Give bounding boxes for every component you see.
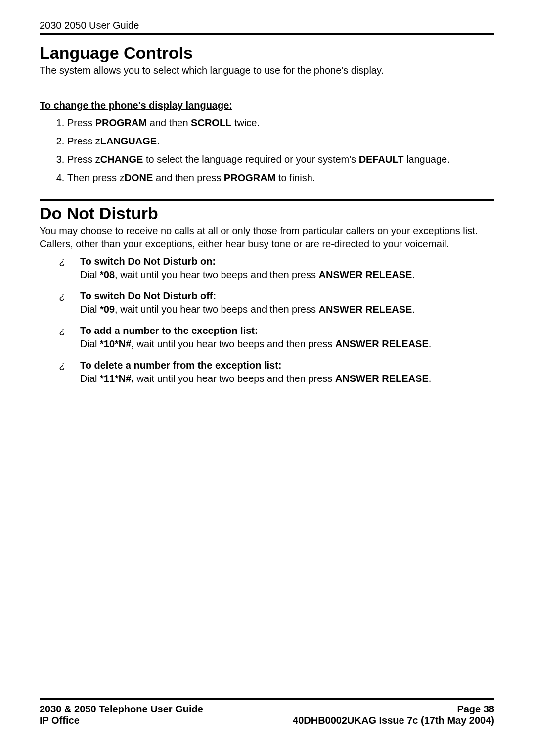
step-keyword: LANGUAGE xyxy=(100,136,157,146)
list-item-text: , wait until you hear two beeps and then… xyxy=(115,269,318,280)
button-name: ANSWER RELEASE xyxy=(319,269,412,280)
list-item-text: Dial xyxy=(80,304,100,315)
step-text: Then press z xyxy=(67,172,125,183)
step-text: to select the language required or your … xyxy=(143,154,358,165)
list-item-heading: To delete a number from the exception li… xyxy=(80,360,281,371)
list-item-text: . xyxy=(412,304,415,315)
list-item: To switch Do Not Disturb off: Dial *09, … xyxy=(59,289,494,316)
running-head: 2030 2050 User Guide xyxy=(40,20,494,35)
list-item-text: Dial xyxy=(80,338,100,349)
step-item: Press PROGRAM and then SCROLL twice. xyxy=(67,116,494,130)
step-item: Press zCHANGE to select the language req… xyxy=(67,153,494,166)
list-item-text: wait until you hear two beeps and then p… xyxy=(134,373,335,384)
dial-code: *09 xyxy=(100,304,115,315)
list-item-text: . xyxy=(429,373,432,384)
footer-page-number: Page 38 xyxy=(457,704,494,715)
step-text: Press xyxy=(67,117,95,128)
section-divider xyxy=(40,199,494,201)
dial-code: *08 xyxy=(100,269,115,280)
section-title-language-controls: Language Controls xyxy=(40,44,494,63)
steps-list: Press PROGRAM and then SCROLL twice. Pre… xyxy=(52,116,494,185)
step-keyword: DEFAULT xyxy=(359,154,404,165)
sub-heading-change-language: To change the phone's display language: xyxy=(40,100,494,111)
step-text: to finish. xyxy=(275,172,315,183)
button-name: ANSWER RELEASE xyxy=(335,338,429,349)
step-text: language. xyxy=(403,154,449,165)
list-item-text: , wait until you hear two beeps and then… xyxy=(115,304,318,315)
list-item: To add a number to the exception list: D… xyxy=(59,324,494,351)
list-item-heading: To add a number to the exception list: xyxy=(80,325,258,336)
step-text: and then press xyxy=(153,172,223,183)
list-item-text: wait until you hear two beeps and then p… xyxy=(134,338,335,349)
step-text: Press z xyxy=(67,154,100,165)
section-intro: You may choose to receive no calls at al… xyxy=(40,224,494,251)
button-name: ANSWER RELEASE xyxy=(335,373,429,384)
list-item: To delete a number from the exception li… xyxy=(59,359,494,385)
list-item-heading: To switch Do Not Disturb off: xyxy=(80,290,216,301)
page-footer: 2030 & 2050 Telephone User Guide Page 38… xyxy=(40,698,494,726)
list-item-text: . xyxy=(429,338,432,349)
step-keyword: CHANGE xyxy=(100,154,143,165)
section-intro: The system allows you to select which la… xyxy=(40,64,494,77)
dial-code: *10*N#, xyxy=(100,338,134,349)
footer-left-title: 2030 & 2050 Telephone User Guide xyxy=(40,704,203,715)
step-keyword: PROGRAM xyxy=(224,172,275,183)
step-item: Then press zDONE and then press PROGRAM … xyxy=(67,171,494,185)
section-title-do-not-disturb: Do Not Disturb xyxy=(40,204,494,223)
step-keyword: SCROLL xyxy=(191,117,231,128)
dial-code: *11*N#, xyxy=(100,373,134,384)
step-text: and then xyxy=(147,117,191,128)
document-page: 2030 2050 User Guide Language Controls T… xyxy=(0,0,534,756)
button-name: ANSWER RELEASE xyxy=(319,304,412,315)
step-text: twice. xyxy=(231,117,260,128)
list-item-heading: To switch Do Not Disturb on: xyxy=(80,256,216,267)
step-text: Press z xyxy=(67,136,100,146)
step-item: Press zLANGUAGE. xyxy=(67,135,494,148)
footer-doc-ref: 40DHB0002UKAG Issue 7c (17th May 2004) xyxy=(293,715,494,726)
list-item: To switch Do Not Disturb on: Dial *08, w… xyxy=(59,255,494,282)
step-text: . xyxy=(157,136,160,146)
list-item-text: Dial xyxy=(80,269,100,280)
step-keyword: DONE xyxy=(125,172,153,183)
list-item-text: Dial xyxy=(80,373,100,384)
step-keyword: PROGRAM xyxy=(95,117,147,128)
list-item-text: . xyxy=(412,269,415,280)
footer-left-subtitle: IP Office xyxy=(40,715,80,726)
bullet-list: To switch Do Not Disturb on: Dial *08, w… xyxy=(40,255,494,385)
